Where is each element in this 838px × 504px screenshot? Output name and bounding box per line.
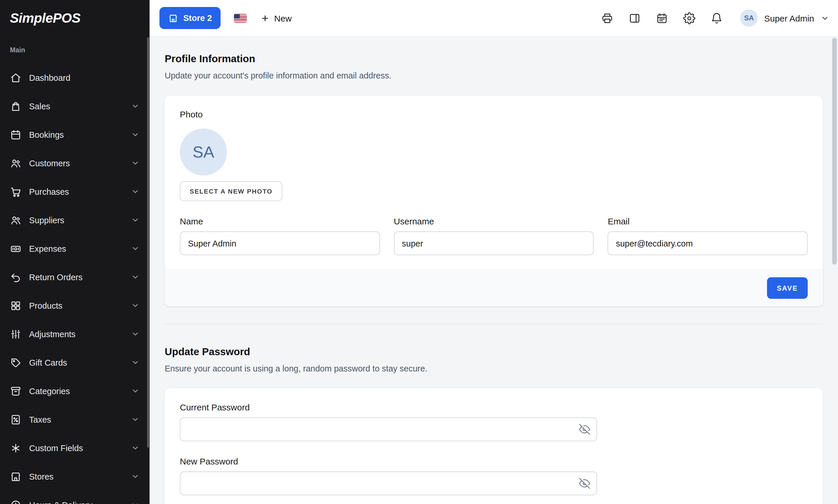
sidebar-item-stores[interactable]: Stores [0, 462, 150, 491]
shopping-bag-icon [10, 100, 21, 112]
sidebar-item-customers[interactable]: Customers [0, 149, 150, 177]
grid-icon [10, 300, 21, 311]
chevron-down-icon [131, 301, 140, 310]
users-icon [10, 214, 21, 226]
password-section-subtitle: Ensure your account is using a long, ran… [165, 363, 823, 374]
app-logo[interactable]: SimplePOS [0, 0, 150, 36]
photo-label: Photo [180, 109, 808, 120]
sidebar-item-categories[interactable]: Categories [0, 377, 150, 405]
store-switcher-button[interactable]: Store 2 [159, 7, 221, 29]
chevron-down-icon [131, 386, 140, 395]
password-card-body: Current Password New Password [165, 388, 823, 504]
chevron-down-icon [131, 273, 140, 281]
page-scrollbar[interactable] [832, 38, 837, 265]
sidebar-item-adjustments[interactable]: Adjustments [0, 320, 150, 348]
current-password-input[interactable] [180, 417, 597, 441]
email-label: Email [608, 216, 808, 227]
chevron-down-icon [131, 415, 140, 424]
chevron-down-icon [821, 14, 829, 22]
chevron-down-icon [131, 216, 140, 224]
sidebar-item-suppliers[interactable]: Suppliers [0, 206, 150, 234]
topbar-actions: SA Super Admin [601, 9, 829, 27]
language-flag-us-icon[interactable] [234, 14, 247, 22]
printer-icon [601, 12, 613, 24]
chevron-down-icon [131, 130, 140, 139]
chevron-down-icon [131, 244, 140, 253]
calendar-icon [656, 12, 668, 24]
profile-fields-row: Name Username Email [180, 216, 808, 255]
archive-icon [10, 385, 21, 397]
sidebar-item-sales[interactable]: Sales [0, 92, 150, 120]
plus-icon [261, 14, 270, 22]
new-button[interactable]: New [261, 13, 292, 23]
save-button[interactable]: SAVE [767, 277, 808, 299]
profile-card-body: Photo SA SELECT A NEW PHOTO Name Usernam… [165, 96, 823, 269]
sidebar-item-label: Return Orders [29, 272, 83, 282]
chevron-down-icon [131, 444, 140, 452]
name-input[interactable] [180, 231, 380, 255]
sidebar-item-gift-cards[interactable]: Gift Cards [0, 348, 150, 377]
sidebar-item-label: Customers [29, 158, 70, 168]
new-button-label: New [274, 13, 292, 23]
percent-document-icon [10, 414, 21, 425]
new-password-input[interactable] [180, 471, 597, 495]
sidebar-item-bookings[interactable]: Bookings [0, 120, 150, 149]
toggle-current-password-visibility-button[interactable] [572, 418, 597, 440]
notifications-button[interactable] [711, 12, 723, 24]
store-icon [168, 13, 178, 23]
sidebar-item-products[interactable]: Products [0, 291, 150, 320]
toggle-new-password-visibility-button[interactable] [572, 472, 597, 495]
select-new-photo-button[interactable]: SELECT A NEW PHOTO [180, 181, 283, 201]
sidebar: SimplePOS Main Dashboard Sales Bookings … [0, 0, 150, 504]
sidebar-item-label: Suppliers [29, 215, 64, 225]
chevron-down-icon [131, 330, 140, 338]
print-button[interactable] [601, 12, 613, 24]
banknote-icon [10, 243, 21, 254]
store-switcher-label: Store 2 [183, 13, 212, 23]
sidebar-scrollbar[interactable] [147, 37, 149, 448]
name-label: Name [180, 216, 380, 227]
main-content: Profile Information Update your account'… [150, 36, 838, 504]
sidebar-item-taxes[interactable]: Taxes [0, 405, 150, 434]
chevron-down-icon [131, 472, 140, 481]
sidebar-item-label: Products [29, 301, 62, 310]
storefront-icon [10, 471, 21, 482]
email-input[interactable] [608, 231, 808, 255]
eye-off-icon [579, 478, 590, 489]
chevron-down-icon [131, 159, 140, 167]
username-input[interactable] [394, 231, 594, 255]
sidebar-item-expenses[interactable]: Expenses [0, 234, 150, 263]
pos-register-button[interactable] [629, 12, 641, 24]
sidebar-item-hours-delivery[interactable]: Hours & Delivery [0, 491, 150, 504]
sidebar-item-label: Dashboard [29, 73, 70, 82]
new-password-field: New Password [180, 456, 808, 495]
home-icon [10, 72, 21, 84]
undo-arrow-icon [10, 271, 21, 283]
asterisk-icon [10, 442, 21, 454]
section-divider [165, 324, 823, 324]
chevron-down-icon [131, 102, 140, 110]
sidebar-item-label: Stores [29, 472, 53, 481]
eye-off-icon [579, 424, 590, 435]
calendar-button[interactable] [656, 12, 668, 24]
sidebar-item-custom-fields[interactable]: Custom Fields [0, 434, 150, 462]
sidebar-nav: Dashboard Sales Bookings Customers Purch… [0, 57, 150, 504]
password-card: Current Password New Password [165, 388, 823, 504]
email-field: Email [608, 216, 808, 255]
sidebar-item-purchases[interactable]: Purchases [0, 177, 150, 206]
current-password-field: Current Password [180, 402, 808, 441]
settings-button[interactable] [683, 12, 696, 24]
sidebar-item-label: Hours & Delivery [29, 500, 92, 504]
pos-layout-icon [629, 12, 641, 24]
profile-card-footer: SAVE [165, 269, 823, 306]
profile-information-section: Profile Information Update your account'… [165, 52, 823, 306]
user-menu[interactable]: SA Super Admin [740, 9, 829, 27]
sidebar-item-label: Sales [29, 102, 50, 111]
app-logo-text: SimplePOS [10, 10, 81, 26]
profile-photo-avatar: SA [180, 128, 227, 176]
sidebar-section-label: Main [10, 47, 140, 53]
sidebar-item-label: Custom Fields [29, 443, 83, 453]
profile-section-title: Profile Information [165, 52, 823, 65]
sidebar-item-dashboard[interactable]: Dashboard [0, 64, 150, 92]
sidebar-item-return-orders[interactable]: Return Orders [0, 263, 150, 291]
